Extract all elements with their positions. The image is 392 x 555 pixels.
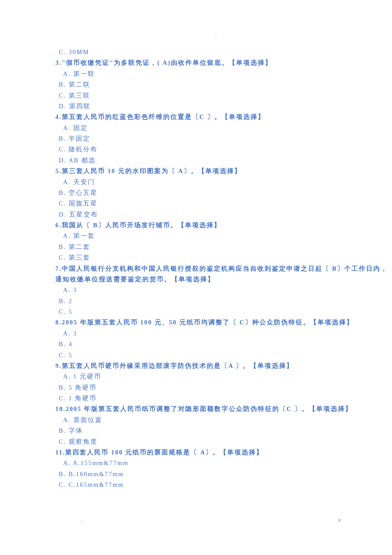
question-option: A. 票面位置 [55, 415, 341, 425]
questions-container: 3."假币收缴凭证"为多联凭证，( A)由收件单位留底。【单项选择】A. 第一联… [55, 58, 341, 490]
question-option: B. 半固定 [55, 133, 341, 144]
question-option: B. 5 角硬币 [55, 382, 341, 393]
question-stem: 5.第三套人民币 10 元的水印图案为〔 A〕。【单项选择】 [55, 166, 341, 176]
question-option: C. 1 角硬币 [55, 393, 341, 404]
question-option: A. 第一套 [55, 231, 341, 241]
question-stem: 3."假币收缴凭证"为多联凭证，( A)由收件单位留底。【单项选择】 [55, 58, 341, 68]
question-option: A. 固定 [55, 123, 341, 133]
question-stem: 4.第五套人民币的红蓝色彩色纤维的位置是〔C 〕。【单项选择】 [55, 112, 341, 122]
question-option: C. 观察角度 [55, 436, 341, 447]
question-option: B. 空心五星 [55, 188, 341, 198]
question-option: D. 五星交布 [55, 209, 341, 220]
footer-dot: . [81, 515, 82, 525]
question-option: B. 2 [55, 296, 341, 306]
question-option: D. 第四联 [55, 101, 341, 112]
question-option: A. 第一联 [55, 69, 341, 79]
question-stem: 11.第四套人民币 100 元纸币的票面规格是〔 A〕。【单项选择】 [55, 447, 341, 458]
question-stem: 6.我国从〔 B〕人民币开场发行辅币。【单项选择】 [55, 220, 341, 231]
question-option: A. 天安门 [55, 177, 341, 188]
question-option: D. AB 都选 [55, 155, 341, 166]
question-option: C. 5 [55, 306, 341, 317]
question-option: B. 字体 [55, 425, 341, 436]
question-option: A. 3 [55, 328, 341, 339]
question-option: B. B.160mm&77mm [55, 469, 341, 480]
footer-v: v [338, 515, 341, 525]
question-option: B. 4 [55, 339, 341, 350]
question-option: C. 第三套 [55, 252, 341, 263]
question-option: A. 3 [55, 285, 341, 295]
question-option: C. 国旗五星 [55, 198, 341, 209]
question-option: A. 1 元硬币 [55, 371, 341, 382]
question-stem: 8.2005 年版第五套人民币 100 元、50 元纸币均调整了〔 C〕种公众防… [55, 317, 341, 328]
question-stem: 10.2005 年版第五套人民币纸币调整了对隐形面额数字公众防伪特征的〔C 〕。… [55, 404, 341, 414]
question-option: C. 第三联 [55, 90, 341, 101]
question-option: C. 随机分布 [55, 144, 341, 155]
question-stem: 9.第五套人民币硬币外缘采用边部滚字防伪技术的是〔A 〕。【单项选择】 [55, 361, 341, 371]
orphan-option: C. 30MM [55, 47, 341, 58]
question-option: C. C.165mm&77mm [55, 480, 341, 490]
question-stem: 7.中国人民银行分支机构和中国人民银行授权的鉴定机构应当自收到鉴定申请之日起〔 … [55, 263, 341, 274]
question-stem-cont: 通知收缴单位报送需要鉴定的货币。【单项选择】 [55, 274, 341, 285]
header-dot: . [215, 29, 216, 39]
question-option: B. 第二套 [55, 242, 341, 252]
question-option: C. 5 [55, 350, 341, 361]
question-option: B. 第二联 [55, 79, 341, 90]
question-option: A. A.155mm&77mm [55, 458, 341, 468]
